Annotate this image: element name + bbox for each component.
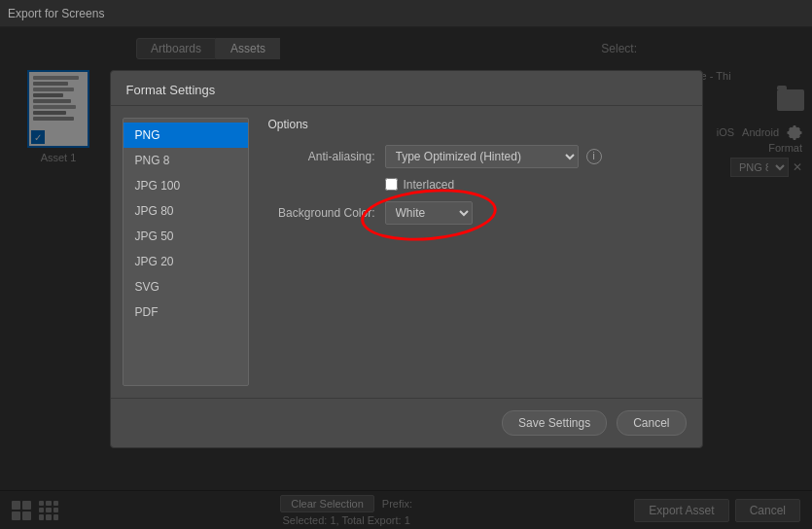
anti-aliasing-row: Anti-aliasing: None Art Optimized (Super… (268, 145, 671, 168)
format-item-pdf[interactable]: PDF (124, 300, 248, 325)
bg-color-row: Background Color: None White Black Custo… (268, 201, 671, 225)
info-icon[interactable]: i (586, 149, 602, 164)
options-title: Options (268, 118, 671, 131)
app-title: Export for Screens (8, 7, 104, 20)
format-item-jpg50[interactable]: JPG 50 (124, 224, 248, 249)
format-item-jpg20[interactable]: JPG 20 (124, 249, 248, 274)
format-item-png8[interactable]: PNG 8 (124, 148, 248, 173)
modal-overlay: Format Settings PNG PNG 8 JPG 100 JPG 80… (0, 27, 812, 529)
format-item-svg[interactable]: SVG (124, 274, 248, 300)
format-list: PNG PNG 8 JPG 100 JPG 80 JPG 50 JPG 20 S… (123, 118, 249, 386)
format-item-jpg100[interactable]: JPG 100 (124, 173, 248, 198)
modal-body: PNG PNG 8 JPG 100 JPG 80 JPG 50 JPG 20 S… (111, 106, 702, 398)
interlaced-label: Interlaced (404, 178, 455, 192)
anti-aliasing-label: Anti-aliasing: (268, 150, 385, 163)
cancel-button[interactable]: Cancel (617, 410, 686, 436)
bg-color-select[interactable]: None White Black Custom (385, 201, 473, 225)
modal-title: Format Settings (111, 71, 702, 106)
top-bar: Export for Screens (0, 0, 812, 27)
bg-color-label: Background Color: (268, 206, 385, 220)
anti-aliasing-select[interactable]: None Art Optimized (Supersampling) Type … (385, 145, 579, 168)
interlaced-checkbox[interactable] (385, 178, 398, 191)
format-item-jpg80[interactable]: JPG 80 (124, 198, 248, 224)
main-area: Artboards Assets Select: ✓ Asset 1 rive … (0, 27, 812, 529)
format-item-png[interactable]: PNG (124, 123, 248, 148)
interlaced-row: Interlaced (385, 178, 671, 192)
modal-footer: Save Settings Cancel (111, 398, 702, 447)
options-panel: Options Anti-aliasing: None Art Optimize… (249, 118, 690, 386)
format-settings-dialog: Format Settings PNG PNG 8 JPG 100 JPG 80… (110, 70, 703, 448)
save-settings-button[interactable]: Save Settings (502, 410, 607, 436)
